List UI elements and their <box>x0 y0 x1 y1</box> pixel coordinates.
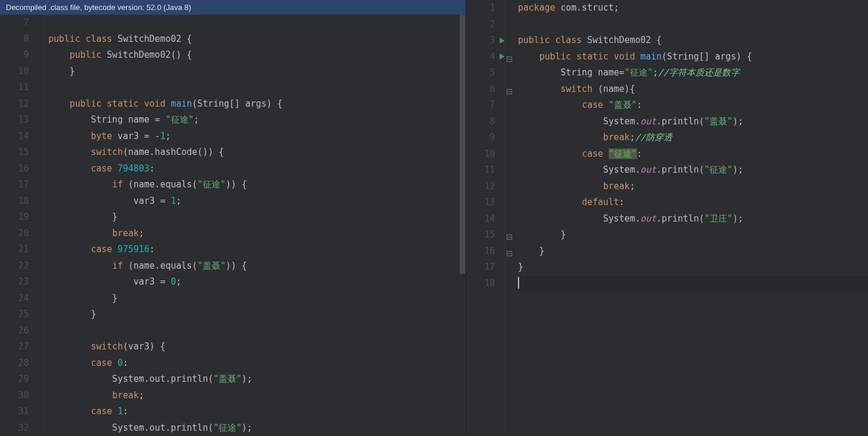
line-number[interactable]: 5 <box>466 65 495 81</box>
line-number[interactable]: 23 <box>0 274 29 290</box>
code-line[interactable]: } <box>518 243 868 260</box>
code-line[interactable]: System.out.println("征途"); <box>48 420 466 437</box>
line-number[interactable]: 11 <box>0 80 29 96</box>
code-line[interactable]: if (name.equals("盖聂")) { <box>48 258 466 275</box>
code-line[interactable]: System.out.println("卫庄"); <box>518 211 868 227</box>
line-number[interactable]: 6 <box>466 81 495 98</box>
line-number[interactable]: 13 <box>0 112 29 128</box>
line-number[interactable]: 12 <box>466 179 495 195</box>
code-line[interactable]: var3 = 0; <box>48 274 466 290</box>
code-line[interactable]: case 794803: <box>48 161 466 177</box>
line-number[interactable]: 20 <box>0 226 29 242</box>
line-number[interactable]: 19 <box>0 209 29 226</box>
code-line[interactable]: case 975916: <box>48 242 466 258</box>
line-number[interactable]: 9 <box>0 47 29 64</box>
line-number[interactable]: 16 <box>466 243 495 260</box>
code-line[interactable]: public SwitchDemo02() { <box>48 47 466 64</box>
line-number[interactable]: 1 <box>466 0 495 16</box>
run-gutter-icon[interactable] <box>500 54 504 60</box>
line-number[interactable]: 30 <box>0 388 29 404</box>
code-line[interactable]: String name = "征途"; <box>48 112 466 128</box>
line-number[interactable]: 31 <box>0 404 29 420</box>
line-number[interactable]: 8 <box>466 114 495 130</box>
line-number[interactable]: 12 <box>0 96 29 113</box>
code-line[interactable]: System.out.println("征途"); <box>518 162 868 179</box>
left-code[interactable]: public class SwitchDemo02 { public Switc… <box>44 15 466 436</box>
line-number[interactable]: 7 <box>466 97 495 114</box>
line-number[interactable]: 3 <box>466 32 495 49</box>
code-line[interactable] <box>48 323 466 339</box>
code-line[interactable]: var3 = 1; <box>48 193 466 210</box>
code-line[interactable]: break;//防穿透 <box>518 130 868 146</box>
fold-end-icon[interactable] <box>507 234 512 240</box>
code-line[interactable] <box>48 80 466 96</box>
right-editor-body[interactable]: 123456789101112131415161718 package com.… <box>466 0 868 436</box>
code-line[interactable]: break; <box>518 179 868 195</box>
code-line[interactable]: } <box>48 209 466 226</box>
run-gutter-icon[interactable] <box>500 38 504 44</box>
line-number[interactable]: 26 <box>0 323 29 339</box>
line-number[interactable]: 15 <box>466 227 495 243</box>
fold-end-icon[interactable] <box>507 251 512 256</box>
code-line[interactable]: if (name.equals("征途")) { <box>48 177 466 193</box>
code-line[interactable]: public static void main(String[] args) { <box>48 96 466 113</box>
line-number[interactable]: 4 <box>466 49 495 65</box>
code-line[interactable]: public static void main(String[] args) { <box>518 49 868 65</box>
code-line[interactable]: case 1: <box>48 404 466 420</box>
code-line[interactable]: System.out.println("盖聂"); <box>518 114 868 130</box>
code-line[interactable]: } <box>48 64 466 80</box>
right-code[interactable]: package com.struct;public class SwitchDe… <box>513 0 868 436</box>
code-line[interactable]: break; <box>48 388 466 404</box>
code-line[interactable]: String name="征途";//字符本质还是数字 <box>518 65 868 81</box>
line-number[interactable]: 7 <box>0 15 29 31</box>
line-number[interactable]: 29 <box>0 371 29 388</box>
line-number[interactable]: 18 <box>0 193 29 210</box>
line-number[interactable]: 14 <box>0 128 29 145</box>
code-line[interactable]: case "征途": <box>518 146 868 163</box>
line-number[interactable]: 28 <box>0 355 29 372</box>
code-line[interactable]: } <box>518 227 868 243</box>
line-number[interactable]: 15 <box>0 144 29 161</box>
left-scrollbar-track[interactable] <box>460 15 466 436</box>
line-number[interactable]: 22 <box>0 258 29 275</box>
code-line[interactable] <box>518 276 868 292</box>
line-number[interactable]: 24 <box>0 290 29 307</box>
line-number[interactable]: 10 <box>0 64 29 80</box>
line-number[interactable]: 27 <box>0 339 29 355</box>
code-line[interactable] <box>48 15 466 31</box>
left-editor-body[interactable]: 7891011121314151617181920212223242526272… <box>0 15 466 436</box>
line-number[interactable]: 32 <box>0 420 29 437</box>
line-number[interactable]: 16 <box>0 161 29 177</box>
code-line[interactable]: System.out.println("盖聂"); <box>48 371 466 388</box>
line-number[interactable]: 17 <box>0 177 29 193</box>
code-line[interactable]: break; <box>48 226 466 242</box>
right-fold-col[interactable] <box>505 0 513 436</box>
line-number[interactable]: 14 <box>466 211 495 227</box>
line-number[interactable]: 9 <box>466 130 495 146</box>
line-number[interactable]: 25 <box>0 306 29 323</box>
code-line[interactable]: } <box>48 306 466 323</box>
code-line[interactable]: } <box>518 259 868 276</box>
line-number[interactable]: 21 <box>0 242 29 258</box>
code-line[interactable]: case "盖聂": <box>518 97 868 114</box>
fold-toggle-icon[interactable] <box>507 57 512 62</box>
line-number[interactable]: 13 <box>466 194 495 211</box>
code-line[interactable]: public class SwitchDemo02 { <box>518 32 868 49</box>
code-line[interactable] <box>518 16 868 33</box>
line-number[interactable]: 11 <box>466 162 495 179</box>
code-line[interactable]: switch (name){ <box>518 81 868 98</box>
code-line[interactable]: } <box>48 290 466 307</box>
left-gutter[interactable]: 7891011121314151617181920212223242526272… <box>0 15 44 436</box>
code-line[interactable]: package com.struct; <box>518 0 868 16</box>
code-line[interactable]: case 0: <box>48 355 466 372</box>
fold-toggle-icon[interactable] <box>507 89 512 94</box>
line-number[interactable]: 8 <box>0 31 29 48</box>
code-line[interactable]: switch(name.hashCode()) { <box>48 144 466 161</box>
code-line[interactable]: public class SwitchDemo02 { <box>48 31 466 48</box>
left-scrollbar-thumb[interactable] <box>460 15 466 274</box>
line-number[interactable]: 10 <box>466 146 495 163</box>
code-line[interactable]: default: <box>518 194 868 211</box>
line-number[interactable]: 18 <box>466 276 495 292</box>
code-line[interactable]: switch(var3) { <box>48 339 466 355</box>
right-gutter[interactable]: 123456789101112131415161718 <box>466 0 505 436</box>
